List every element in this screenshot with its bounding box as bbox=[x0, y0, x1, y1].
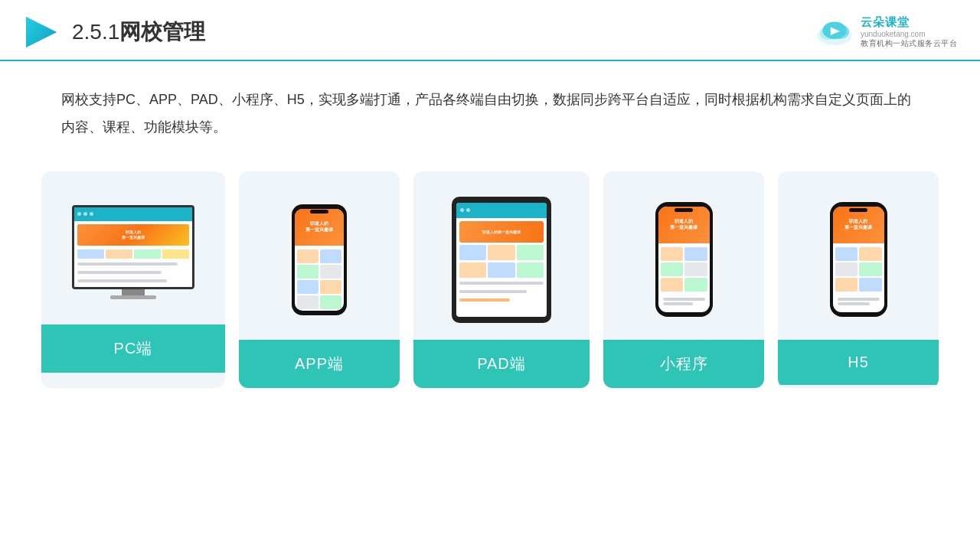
card-label-app: APP端 bbox=[239, 340, 400, 388]
miniapp-phone-screen: 职道人的第一堂兴趣课 bbox=[658, 207, 710, 312]
pad-image-area: 职道人的第一堂兴趣课 bbox=[413, 171, 590, 340]
logo-icon bbox=[815, 17, 854, 47]
svg-marker-1 bbox=[26, 17, 57, 47]
miniapp-phone-body: 职道人的第一堂兴趣课 bbox=[655, 202, 713, 317]
logo-text-block: 云朵课堂 yunduoketang.com 教育机构一站式服务云平台 bbox=[861, 15, 957, 49]
logo-url: yunduoketang.com bbox=[861, 30, 926, 38]
h5-image-area: 职道人的第一堂兴趣课 bbox=[778, 171, 939, 340]
h5-phone-screen: 职道人的第一堂兴趣课 bbox=[833, 207, 884, 312]
app-phone-mock: 职道人的第一堂兴趣课 bbox=[292, 204, 347, 315]
card-label-pc: PC端 bbox=[41, 324, 225, 373]
app-phone-screen: 职道人的第一堂兴趣课 bbox=[295, 209, 344, 311]
pad-tablet-body: 职道人的第一堂兴趣课 bbox=[452, 197, 551, 323]
logo-slogan: 教育机构一站式服务云平台 bbox=[861, 38, 957, 49]
page-title: 2.5.1网校管理 bbox=[72, 18, 205, 47]
card-pad: 职道人的第一堂兴趣课 bbox=[413, 171, 590, 388]
app-image-area: 职道人的第一堂兴趣课 bbox=[239, 171, 400, 340]
description-text: 网校支持PC、APP、PAD、小程序、H5，实现多端打通，产品各终端自由切换，数… bbox=[0, 61, 980, 141]
pc-screen: 职道人的第一堂兴趣课 bbox=[72, 205, 194, 289]
header: 2.5.1网校管理 云朵课堂 yunduoketang.com 教育机构一站式服… bbox=[0, 0, 980, 61]
card-label-h5: H5 bbox=[778, 340, 939, 385]
cards-container: 职道人的第一堂兴趣课 bbox=[0, 141, 980, 411]
card-pc: 职道人的第一堂兴趣课 bbox=[41, 171, 225, 388]
miniapp-phone-mock: 职道人的第一堂兴趣课 bbox=[655, 202, 713, 317]
header-left: 2.5.1网校管理 bbox=[23, 14, 205, 51]
logo-name: 云朵课堂 bbox=[861, 15, 910, 30]
pc-device-mock: 职道人的第一堂兴趣课 bbox=[72, 205, 194, 299]
play-icon bbox=[23, 14, 60, 51]
h5-phone-body: 职道人的第一堂兴趣课 bbox=[830, 202, 887, 317]
card-h5: 职道人的第一堂兴趣课 bbox=[778, 171, 939, 388]
card-label-pad: PAD端 bbox=[413, 340, 590, 388]
h5-phone-mock: 职道人的第一堂兴趣课 bbox=[830, 202, 887, 317]
app-phone-body: 职道人的第一堂兴趣课 bbox=[292, 204, 347, 315]
miniapp-image-area: 职道人的第一堂兴趣课 bbox=[603, 171, 764, 340]
card-label-miniapp: 小程序 bbox=[603, 340, 764, 388]
pad-tablet-mock: 职道人的第一堂兴趣课 bbox=[452, 197, 551, 323]
pad-tablet-screen: 职道人的第一堂兴趣课 bbox=[456, 203, 547, 317]
pc-image-area: 职道人的第一堂兴趣课 bbox=[41, 171, 225, 324]
logo-area: 云朵课堂 yunduoketang.com 教育机构一站式服务云平台 bbox=[815, 15, 957, 49]
card-app: 职道人的第一堂兴趣课 bbox=[239, 171, 400, 388]
card-miniapp: 职道人的第一堂兴趣课 bbox=[603, 171, 764, 388]
